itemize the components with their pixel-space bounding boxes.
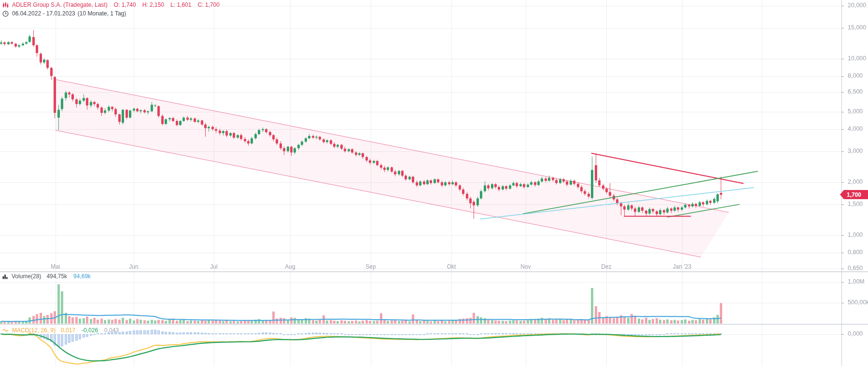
month-axis-label[interactable]: Okt — [447, 263, 456, 270]
price-axis-label: 5,000 — [848, 108, 863, 115]
month-axis-label[interactable]: Mai — [51, 263, 60, 270]
candlestick-icon — [2, 2, 9, 8]
macd-signal-value: -0,026 — [82, 327, 98, 334]
date-range: 06.04.2022 - 17.01.2023 — [12, 10, 75, 17]
price-axis-label: 1,000 — [848, 231, 863, 238]
price-axis-label: 20,000 — [848, 2, 866, 9]
open-label: O: — [114, 1, 120, 8]
price-axis-label: 0,650 — [848, 265, 863, 271]
open-value: 1,740 — [122, 1, 136, 8]
price-axis-label: 2,000 — [848, 178, 863, 185]
symbol-legend[interactable]: ADLER Group S.A. (Tradegate, Last) O: 1,… — [2, 1, 220, 8]
close-label: C: — [197, 1, 203, 8]
volume-axis-label: 500,00k — [848, 299, 868, 306]
close-value: 1,700 — [205, 1, 220, 8]
price-axis-label: 8,000 — [848, 72, 863, 79]
price-axis-label: 6,500 — [848, 88, 863, 95]
macd-hist-value: 0,043 — [104, 327, 119, 334]
last-price-value: 1,700 — [847, 191, 861, 198]
price-axis-label: 3,000 — [848, 148, 863, 154]
price-axis-label: 0,800 — [848, 249, 863, 256]
macd-legend[interactable]: MACD(12, 26, 9) 0,017 -0,026 0,043 — [2, 327, 119, 334]
price-axis-label: 15,000 — [848, 24, 866, 31]
volume-bars-icon — [2, 273, 8, 279]
volume-value: 494,75k — [46, 273, 67, 280]
high-label: H: — [142, 1, 148, 8]
price-axis-label: 1,500 — [848, 201, 863, 207]
symbol-title: ADLER Group S.A. (Tradegate, Last) — [12, 1, 108, 8]
month-axis-label[interactable]: Jan '23 — [673, 263, 691, 270]
date-range-row[interactable]: 06.04.2022 - 17.01.2023 (10 Monate, 1 Ta… — [2, 10, 126, 17]
volume-axis-label: 1,00M — [848, 278, 865, 285]
date-duration: (10 Monate, 1 Tag) — [78, 10, 126, 17]
macd-line-value: 0,017 — [61, 327, 75, 334]
month-axis-label[interactable]: Nov — [520, 263, 531, 270]
high-value: 2,150 — [150, 1, 164, 8]
macd-axis-label: 0,000 — [848, 330, 863, 337]
macd-indicator-label: MACD(12, 26, 9) — [12, 327, 56, 334]
month-axis-label[interactable]: Dez — [601, 263, 611, 270]
volume-ma-value: 94,69k — [73, 273, 91, 280]
last-price-badge: 1,700 — [840, 190, 868, 199]
macd-wave-icon — [2, 328, 9, 333]
month-axis-label[interactable]: Aug — [285, 263, 295, 270]
volume-indicator-label: Volume(28) — [12, 273, 41, 280]
price-axis-label: 10,000 — [848, 55, 866, 62]
month-axis-label[interactable]: Jul — [210, 263, 217, 270]
month-axis-label[interactable]: Jun — [129, 263, 138, 270]
month-axis-label[interactable]: Sep — [365, 263, 376, 270]
volume-legend[interactable]: Volume(28) 494,75k 94,69k — [2, 273, 91, 280]
price-volume-macd-chart-canvas[interactable] — [0, 0, 868, 366]
clock-icon — [2, 11, 9, 17]
low-value: 1,601 — [177, 1, 191, 8]
low-label: L: — [170, 1, 175, 8]
chart-window: ADLER Group S.A. (Tradegate, Last) O: 1,… — [0, 0, 868, 366]
price-axis-label: 4,000 — [848, 125, 863, 132]
